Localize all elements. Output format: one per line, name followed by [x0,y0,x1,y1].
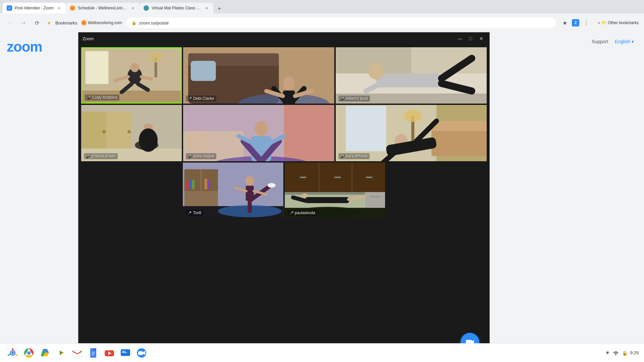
zoom-maximize-button[interactable]: □ [467,35,475,43]
svg-point-111 [28,352,30,354]
svg-point-80 [268,183,276,188]
participant-label-paula: 🎤 paulaskoda [287,210,317,216]
debi-clarke-video [183,47,334,104]
taskbar-left [5,346,149,360]
zoom-close-button[interactable]: ✕ [477,35,485,43]
svg-rect-90 [366,177,372,178]
zoom-page-right: Support English ▾ [490,32,644,362]
participant-name-torill: Torill [193,210,201,215]
video-cell-inas-iphone: 🎤 Ina's iPhone [336,105,487,161]
mic-icon-cody: 🎤 [87,96,91,100]
tab-favicon-wellness [70,5,75,11]
tab-favicon-zoom: Z [7,5,12,11]
chromeos-icon [7,348,18,358]
svg-point-40 [135,140,158,150]
svg-rect-71 [192,180,195,189]
video-row-3: 🎤 Torill [81,163,487,218]
video-cell-paulaskoda: 🎤 paulaskoda [285,163,385,218]
zoom-taskbar-button[interactable] [134,346,149,360]
zoom-logo: zoom [7,39,42,55]
forward-button[interactable]: → [19,18,28,27]
tab-wellness[interactable]: Schedule - WellnessLiving Syste... ✕ [66,3,140,13]
mic-icon-ina: 🎤 [340,155,344,158]
svg-point-59 [404,110,422,122]
svg-point-16 [283,76,295,90]
messages-taskbar-button[interactable] [118,346,133,360]
docs-taskbar-button[interactable] [86,346,101,360]
svg-rect-88 [300,177,306,178]
svg-point-45 [255,121,268,136]
svg-point-28 [368,62,384,79]
video-cell-soha-haque: 🎤 soha haque [183,105,334,161]
svg-point-4 [149,53,162,62]
svg-marker-135 [121,356,123,358]
support-link[interactable]: Support [592,39,608,44]
messages-taskbar-icon [120,348,131,358]
cristina-priwin-video [81,105,182,161]
address-bar[interactable]: 🔒 zoom.us/postal [126,17,556,28]
language-label: English [615,39,630,44]
svg-rect-133 [122,351,125,352]
video-cell-cody-robbins: 🎤 Cody Robbins [81,47,182,104]
participant-label-soha: 🎤 soha haque [186,153,216,159]
inas-iphone-video [336,105,487,161]
svg-point-76 [246,176,254,186]
refresh-button[interactable]: ⟳ [32,18,42,27]
tab-pilates[interactable]: Virtual Mat Pilates Class Online... ✕ [140,3,213,13]
gmail-taskbar-button[interactable] [70,346,85,360]
participant-name-soha: soha haque [193,154,214,159]
svg-rect-69 [186,181,189,189]
youtube-taskbar-icon [104,348,115,358]
svg-point-35 [102,130,106,133]
youtube-taskbar-button[interactable] [102,346,117,360]
wifi-icon [612,350,619,356]
bookmark-wellness-text[interactable]: Wellnessliving.com [88,20,122,25]
zoom-titlebar: Zoom ― □ ✕ [78,33,489,45]
tab-close-zoom[interactable]: ✕ [56,5,62,11]
play-taskbar-button[interactable] [54,346,68,360]
chrome-taskbar-icon [23,348,34,358]
chrome-taskbar-button[interactable] [21,346,36,360]
video-row-2: 🎤 cristina priwin [81,105,487,161]
svg-rect-51 [186,134,209,152]
tab-zoom[interactable]: Z Post Attendee - Zoom ✕ [3,3,66,13]
tab-label-wellness: Schedule - WellnessLiving Syste... [78,6,127,10]
tab-close-wellness[interactable]: ✕ [130,5,136,11]
drive-taskbar-button[interactable] [38,346,52,360]
participant-label-torill: 🎤 Torill [185,210,203,216]
bookmark-page-button[interactable]: ★ [560,18,570,27]
empty-left [81,163,181,218]
svg-rect-42 [284,105,334,161]
mic-icon-torill: 🎤 [187,211,192,215]
tab-bar: Z Post Attendee - Zoom ✕ Schedule - Well… [0,0,644,13]
participant-label-debi: 🎤 Debi Clarke [186,96,216,102]
svg-rect-128 [92,353,95,354]
taskbar: ☀ 🔒 9:29 [0,343,644,362]
system-tray: ☀ 🔒 9:29 [605,350,639,356]
other-bookmarks-text: » [598,20,600,25]
participant-name-debi: Debi Clarke [193,96,214,101]
participant-label-ina: 🎤 Ina's iPhone [338,153,370,159]
zoom-window: Zoom ― □ ✕ [78,32,490,362]
zoom-toolbar-icon[interactable]: Z [571,18,580,27]
taskbar-right: ☀ 🔒 9:29 [605,350,639,356]
svg-point-36 [127,130,131,133]
svg-point-7 [130,63,139,72]
language-button[interactable]: English ▾ [615,39,634,44]
more-options-button[interactable]: ⋮ [582,18,591,27]
tab-close-pilates[interactable]: ✕ [204,5,209,11]
svg-rect-72 [205,179,207,189]
docs-taskbar-icon [88,348,99,358]
zoom-minimize-button[interactable]: ― [456,35,464,43]
zoom-page-left: zoom [0,32,78,362]
empty-right [386,163,487,218]
chromeos-button[interactable] [5,346,20,360]
back-button[interactable]: ← [5,18,15,27]
gmail-taskbar-icon [72,348,83,358]
toolbar-actions: ★ Z ⋮ [560,18,591,27]
zoom-window-title: Zoom [83,36,453,41]
mic-icon-debi: 🎤 [188,97,192,101]
zoom-taskbar-icon [136,348,147,358]
new-tab-button[interactable]: + [215,4,224,13]
participant-label-cristina: 🎤 cristina priwin [84,153,118,159]
